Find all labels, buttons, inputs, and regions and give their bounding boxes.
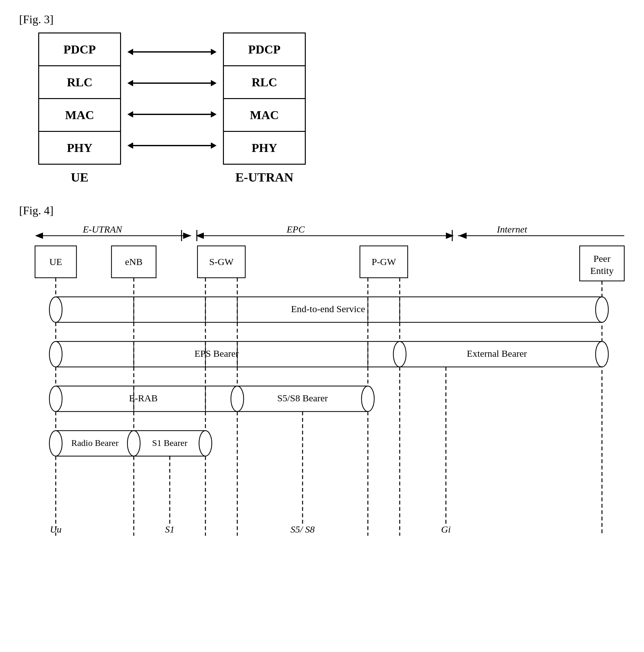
eutran-rlc: RLC	[224, 66, 305, 99]
e2e-right-cap	[596, 297, 608, 322]
s5s8-label: S5/S8 Bearer	[277, 393, 328, 403]
pdcp-arrow-right	[211, 49, 217, 55]
ext-right-cap	[596, 342, 608, 367]
ext-label: External Bearer	[466, 348, 527, 359]
ue-pdcp: PDCP	[39, 33, 120, 66]
protocol-arrows	[121, 36, 223, 161]
rb-right-cap	[127, 431, 140, 456]
eps-right-cap	[393, 342, 406, 367]
enb-box-label: eNB	[125, 256, 143, 267]
pgw-box-label: P-GW	[372, 256, 396, 267]
mac-arrow-row	[121, 99, 223, 130]
phy-arrow-right	[211, 142, 217, 149]
phy-arrow	[127, 142, 217, 149]
erab-label: E-RAB	[129, 393, 158, 403]
rlc-arrow-row	[121, 67, 223, 99]
ue-rlc: RLC	[39, 66, 120, 99]
s1b-right-cap	[199, 431, 212, 456]
eutran-phy: PHY	[224, 132, 305, 164]
phy-arrow-row	[121, 130, 223, 161]
s5s8-iface-label: S5/ S8	[291, 524, 315, 535]
fig4-svg: E-UTRAN EPC Internet	[25, 224, 630, 548]
gi-label: Gi	[441, 524, 451, 535]
rlc-arrow-right	[211, 80, 217, 86]
ue-mac: MAC	[39, 99, 120, 132]
phy-arrow-line	[133, 145, 211, 146]
rlc-arrow	[127, 80, 217, 86]
mac-arrow-left	[127, 111, 133, 117]
page: [Fig. 3] PDCP RLC MAC PHY	[0, 0, 644, 652]
rb-left-cap	[49, 431, 62, 456]
s1b-label: S1 Bearer	[152, 438, 188, 448]
pdcp-arrow-row	[121, 36, 223, 67]
fig4-diagram: E-UTRAN EPC Internet	[25, 224, 630, 548]
e2e-left-cap	[49, 297, 62, 322]
mac-arrow	[127, 111, 217, 117]
internet-span-label: Internet	[497, 224, 528, 235]
eutran-arrow-right-head	[183, 233, 191, 239]
pdcp-arrow-left	[127, 49, 133, 55]
stack-labels: UE E-UTRAN	[38, 165, 306, 185]
epc-span-label: EPC	[286, 224, 305, 235]
eutran-stack: PDCP RLC MAC PHY	[223, 32, 306, 165]
rlc-arrow-left	[127, 80, 133, 86]
mac-arrow-right	[211, 111, 217, 117]
ue-box-label: UE	[49, 256, 62, 267]
rb-label: Radio Bearer	[71, 438, 119, 448]
eutran-mac: MAC	[224, 99, 305, 132]
phy-arrow-left	[127, 142, 133, 149]
eps-left-cap	[49, 342, 62, 367]
uu-label: Uu	[50, 524, 62, 535]
erab-left-cap	[49, 386, 62, 411]
eutran-pdcp: PDCP	[224, 33, 305, 66]
erab-right-cap	[231, 386, 244, 411]
stack-gap	[121, 165, 223, 185]
fig3-label: [Fig. 3]	[19, 13, 54, 26]
sgw-box-label: S-GW	[209, 256, 234, 267]
ue-phy: PHY	[39, 132, 120, 164]
fig3-diagram: PDCP RLC MAC PHY	[38, 32, 306, 165]
ue-label: UE	[38, 170, 121, 185]
s5s8-right-cap	[361, 386, 374, 411]
mac-arrow-line	[133, 114, 211, 115]
fig4-container: [Fig. 4] E-UTRAN EPC	[19, 204, 625, 548]
pdcp-arrow	[127, 49, 217, 55]
peer-entity-label-2: Entity	[590, 265, 613, 276]
rlc-arrow-line	[133, 82, 211, 84]
eutran-arrow-left	[35, 233, 43, 239]
ue-stack: PDCP RLC MAC PHY	[38, 32, 121, 165]
s1-label: S1	[165, 524, 175, 535]
eps-label: EPS Bearer	[194, 348, 239, 359]
eutran-label: E-UTRAN	[223, 170, 306, 185]
fig3-container: [Fig. 3] PDCP RLC MAC PHY	[19, 13, 625, 185]
eutran-span-label: E-UTRAN	[82, 224, 123, 235]
internet-arrow-left-head	[459, 233, 466, 239]
e2e-label: End-to-end Service	[291, 303, 365, 314]
pdcp-arrow-line	[133, 51, 211, 53]
fig4-label: [Fig. 4]	[19, 204, 625, 217]
peer-entity-label-1: Peer	[593, 253, 610, 264]
